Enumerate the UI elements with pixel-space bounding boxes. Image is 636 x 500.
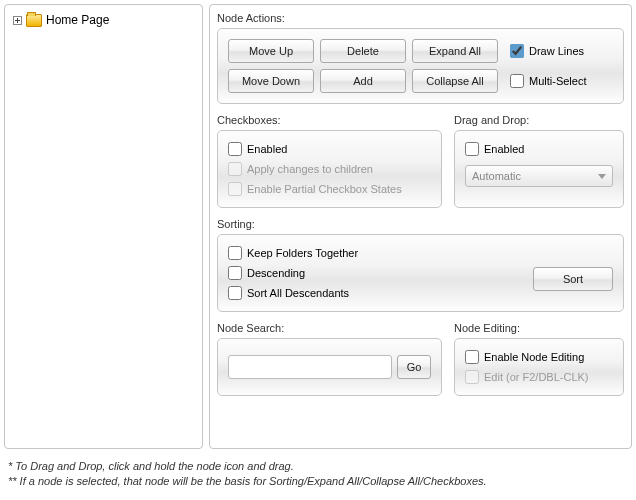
move-down-button[interactable]: Move Down bbox=[228, 69, 314, 93]
edit-checkbox bbox=[465, 370, 479, 384]
footer-line-1: * To Drag and Drop, click and hold the n… bbox=[8, 459, 632, 474]
multi-select-checkbox[interactable] bbox=[510, 74, 524, 88]
enable-editing-label: Enable Node Editing bbox=[484, 351, 584, 363]
tree-panel: Home Page bbox=[4, 4, 203, 449]
cb-apply-children-checkbox bbox=[228, 162, 242, 176]
search-section: Node Search: Go bbox=[217, 322, 442, 396]
descending-label: Descending bbox=[247, 267, 305, 279]
dragdrop-fieldset: Enabled Automatic bbox=[454, 130, 624, 208]
add-button[interactable]: Add bbox=[320, 69, 406, 93]
search-title: Node Search: bbox=[217, 322, 442, 334]
search-fieldset: Go bbox=[217, 338, 442, 396]
delete-button[interactable]: Delete bbox=[320, 39, 406, 63]
footer-notes: * To Drag and Drop, click and hold the n… bbox=[4, 459, 632, 490]
cb-enabled-label: Enabled bbox=[247, 143, 287, 155]
keep-folders-label: Keep Folders Together bbox=[247, 247, 358, 259]
dragdrop-section: Drag and Drop: Enabled Automatic bbox=[454, 114, 624, 208]
dnd-mode-value: Automatic bbox=[472, 170, 521, 182]
editing-title: Node Editing: bbox=[454, 322, 624, 334]
go-button[interactable]: Go bbox=[397, 355, 431, 379]
node-actions-fieldset: Move Up Delete Expand All Draw Lines Mov… bbox=[217, 28, 624, 104]
keep-folders-checkbox[interactable] bbox=[228, 246, 242, 260]
cb-partial-checkbox bbox=[228, 182, 242, 196]
dragdrop-title: Drag and Drop: bbox=[454, 114, 624, 126]
checkboxes-section: Checkboxes: Enabled Apply changes to chi… bbox=[217, 114, 442, 208]
edit-label: Edit (or F2/DBL-CLK) bbox=[484, 371, 589, 383]
tree-root-node[interactable]: Home Page bbox=[12, 12, 195, 27]
folder-icon bbox=[26, 14, 42, 27]
enable-editing-checkbox[interactable] bbox=[465, 350, 479, 364]
sort-button[interactable]: Sort bbox=[533, 267, 613, 291]
node-actions-title: Node Actions: bbox=[217, 12, 624, 24]
search-editing-row: Node Search: Go Node Editing: Enable Nod… bbox=[217, 322, 624, 396]
sorting-section: Sorting: Keep Folders Together Descendin… bbox=[217, 218, 624, 312]
footer-line-2: ** If a node is selected, that node will… bbox=[8, 474, 632, 489]
expand-icon[interactable] bbox=[12, 15, 22, 25]
search-input[interactable] bbox=[228, 355, 392, 379]
multi-select-label: Multi-Select bbox=[529, 75, 586, 87]
draw-lines-label: Draw Lines bbox=[529, 45, 584, 57]
sorting-fieldset: Keep Folders Together Descending Sort Al… bbox=[217, 234, 624, 312]
chevron-down-icon bbox=[598, 174, 606, 179]
sorting-title: Sorting: bbox=[217, 218, 624, 230]
dnd-enabled-label: Enabled bbox=[484, 143, 524, 155]
main-area: Home Page Node Actions: Move Up Delete E… bbox=[4, 4, 632, 449]
sort-all-label: Sort All Descendants bbox=[247, 287, 349, 299]
dnd-enabled-checkbox[interactable] bbox=[465, 142, 479, 156]
draw-lines-checkbox[interactable] bbox=[510, 44, 524, 58]
expand-all-button[interactable]: Expand All bbox=[412, 39, 498, 63]
editing-fieldset: Enable Node Editing Edit (or F2/DBL-CLK) bbox=[454, 338, 624, 396]
node-actions-section: Node Actions: Move Up Delete Expand All … bbox=[217, 12, 624, 104]
cb-enabled-checkbox[interactable] bbox=[228, 142, 242, 156]
dnd-mode-select[interactable]: Automatic bbox=[465, 165, 613, 187]
editing-section: Node Editing: Enable Node Editing Edit (… bbox=[454, 322, 624, 396]
controls-panel: Node Actions: Move Up Delete Expand All … bbox=[209, 4, 632, 449]
checkboxes-title: Checkboxes: bbox=[217, 114, 442, 126]
collapse-all-button[interactable]: Collapse All bbox=[412, 69, 498, 93]
move-up-button[interactable]: Move Up bbox=[228, 39, 314, 63]
tree-root-label: Home Page bbox=[46, 13, 109, 27]
checkboxes-fieldset: Enabled Apply changes to children Enable… bbox=[217, 130, 442, 208]
checkboxes-dnd-row: Checkboxes: Enabled Apply changes to chi… bbox=[217, 114, 624, 208]
descending-checkbox[interactable] bbox=[228, 266, 242, 280]
sort-all-checkbox[interactable] bbox=[228, 286, 242, 300]
cb-apply-children-label: Apply changes to children bbox=[247, 163, 373, 175]
cb-partial-label: Enable Partial Checkbox States bbox=[247, 183, 402, 195]
